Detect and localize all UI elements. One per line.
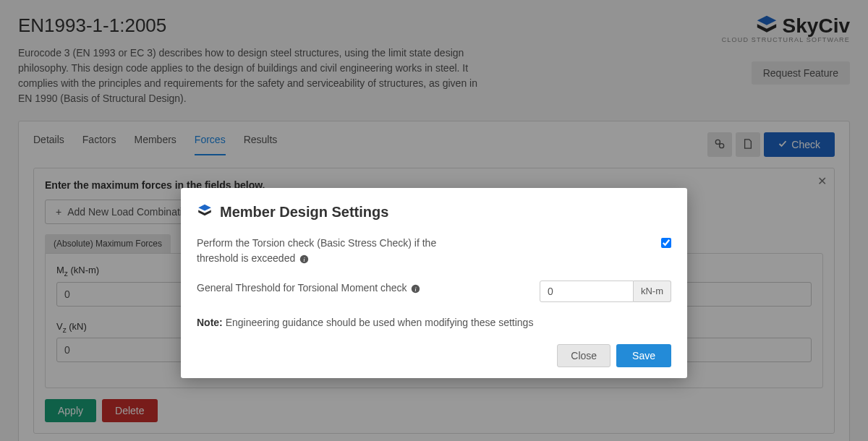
threshold-unit: kN-m — [634, 281, 671, 302]
torsion-check-label: Perform the Torsion check (Basic Stress … — [197, 236, 472, 266]
modal-title: Member Design Settings — [220, 204, 388, 220]
member-design-settings-modal: Member Design Settings Perform the Torsi… — [181, 188, 687, 378]
info-icon[interactable]: i — [299, 254, 309, 264]
save-button[interactable]: Save — [616, 344, 671, 367]
threshold-label: General Threshold for Torsional Moment c… — [197, 281, 420, 296]
modal-note: Note: Engineering guidance should be use… — [197, 317, 671, 328]
threshold-input[interactable] — [540, 281, 634, 302]
torsion-check-checkbox[interactable] — [661, 238, 671, 248]
close-button[interactable]: Close — [557, 344, 610, 367]
info-icon[interactable]: i — [411, 284, 420, 294]
skyciv-icon — [197, 202, 213, 221]
modal-overlay[interactable]: Member Design Settings Perform the Torsi… — [0, 0, 868, 441]
